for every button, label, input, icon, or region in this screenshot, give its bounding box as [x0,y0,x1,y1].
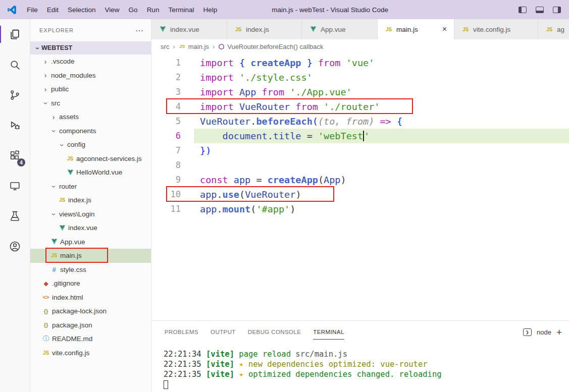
line-number[interactable]: 1 [151,55,194,70]
code-line-1[interactable]: 1import { createApp } from 'vue' [151,55,569,70]
line-number[interactable]: 7 [151,143,194,158]
code-editor[interactable]: 1import { createApp } from 'vue'2import … [151,53,569,320]
panel-tab-output[interactable]: OUTPUT [204,321,242,343]
chevron-down-icon: › [34,44,42,52]
tree-item-vite-config-js[interactable]: JSvite.config.js [30,346,151,360]
tree-item-index-html[interactable]: <>index.html [30,291,151,305]
code-line-2[interactable]: 2import './style.css' [151,70,569,85]
chevron-right-icon: › [49,113,58,121]
menu-edit[interactable]: Edit [42,0,63,19]
line-number[interactable]: 3 [151,85,194,99]
tree-item-main-js[interactable]: JSmain.js [30,249,151,263]
tab-app-vue[interactable]: App.vue [302,19,378,39]
tree-item-router[interactable]: ›router [30,180,151,194]
chevron-down-icon: › [50,127,58,135]
close-icon[interactable]: × [442,25,447,33]
tree-item-src[interactable]: ›src [30,96,151,110]
code-line-text: import App from './App.vue' [194,85,569,99]
breadcrumb-item-main-js[interactable]: JSmain.js [179,43,209,50]
menu-terminal[interactable]: Terminal [164,0,198,19]
line-number[interactable]: 2 [151,70,194,85]
tree-item-label: main.js [60,252,82,259]
code-line-10[interactable]: 10app.use(VueRouter) [151,187,569,202]
activity-testing[interactable] [0,201,30,231]
breadcrumb-item-src[interactable]: src [161,43,169,50]
menu-view[interactable]: View [100,0,124,19]
tab-vite-config-js[interactable]: JSvite.config.js [454,19,538,39]
tree-item-assets[interactable]: ›assets [30,110,151,124]
tree-item-readme-md[interactable]: ⓘREADME.md [30,332,151,346]
panel-tab-bar: PROBLEMSOUTPUTDEBUG CONSOLETERMINAL [151,321,569,343]
activity-remote-explorer[interactable] [0,171,30,201]
tree-item-package-lock-json[interactable]: {}package-lock.json [30,304,151,318]
activity-extensions[interactable]: 4 [0,140,30,171]
code-line-11[interactable]: 11app.mount('#app') [151,202,569,216]
customize-layout-icon[interactable] [553,7,561,13]
shell-label[interactable]: node [537,328,551,336]
more-actions-icon[interactable]: ⋯ [135,26,144,35]
code-line-text: const app = createApp(App) [194,173,569,187]
chevron-down-icon: › [42,99,50,107]
tree-item-index-js[interactable]: JSindex.js [30,193,151,207]
line-number[interactable]: 5 [151,114,194,129]
activity-run-debug[interactable] [0,110,30,140]
activity-source-control[interactable] [0,80,30,110]
tree-item-index-vue[interactable]: index.vue [30,221,151,235]
code-line-text: import './style.css' [194,70,569,85]
tree-item-label: index.js [68,196,91,204]
toggle-panel-icon[interactable] [536,7,544,13]
panel-tab-terminal[interactable]: TERMINAL [307,321,350,343]
code-line-3[interactable]: 3import App from './App.vue' [151,85,569,99]
remote-explorer-icon [9,180,21,192]
tree-item-config[interactable]: ›config [30,138,151,152]
code-line-7[interactable]: 7}) [151,143,569,158]
tree-item-views-login[interactable]: ›views\Login [30,207,151,221]
tree-item-gitignore[interactable]: ◆.gitignore [30,276,151,291]
workspace-root[interactable]: › WEBTEST [30,41,151,54]
menu-file[interactable]: File [22,0,42,19]
tree-item-agconnect-services-js[interactable]: JSagconnect-services.js [30,152,151,166]
code-line-6[interactable]: 6 document.title = 'webTest' [151,129,569,143]
tree-item-app-vue[interactable]: App.vue [30,235,151,249]
tab-ag[interactable]: JSag [538,19,569,39]
line-number[interactable]: 9 [151,173,194,187]
tree-item-node-modules[interactable]: ›node_modules [30,69,151,83]
activity-explorer[interactable] [0,19,30,49]
code-line-4[interactable]: 4import VueRouter from './router' [151,99,569,114]
activity-search[interactable] [0,49,30,80]
menu-go[interactable]: Go [124,0,142,19]
new-terminal-button[interactable]: + [556,327,562,337]
tab-index-js[interactable]: JSindex.js [227,19,302,39]
code-line-9[interactable]: 9const app = createApp(App) [151,173,569,187]
code-line-8[interactable]: 8 [151,158,569,173]
activity-account[interactable] [0,231,30,261]
breadcrumb-item-vuerouter-beforeeach-callback[interactable]: VueRouter.beforeEach() callback [218,43,323,50]
tab-index-vue[interactable]: index.vue [151,19,227,39]
line-number[interactable]: 10 [151,187,194,202]
tree-item-components[interactable]: ›components [30,124,151,138]
toggle-sidebar-icon[interactable] [519,7,527,13]
tab-main-js[interactable]: JSmain.js× [378,19,454,39]
tree-item-vscode[interactable]: ›.vscode [30,54,151,69]
tree-item-style-css[interactable]: #style.css [30,263,151,277]
line-number[interactable]: 8 [151,158,194,173]
tree-item-package-json[interactable]: {}package.json [30,318,151,332]
tree-item-public[interactable]: ›public [30,82,151,96]
line-number[interactable]: 4 [151,99,194,114]
menu-help[interactable]: Help [198,0,222,19]
menu-run[interactable]: Run [142,0,164,19]
prompt-glyph: ❯ [526,330,529,334]
line-number[interactable]: 11 [151,202,194,216]
chevron-right-icon: › [41,71,49,79]
tree-item-helloworld-vue[interactable]: HelloWorld.vue [30,165,151,180]
line-number[interactable]: 6 [151,129,194,143]
info-file-icon: ⓘ [41,334,50,343]
panel-tab-problems[interactable]: PROBLEMS [159,321,204,343]
code-line-text: app.use(VueRouter) [194,187,569,202]
menu-selection[interactable]: Selection [63,0,100,19]
terminal-output[interactable]: 22:21:34 [vite] page reload src/main.js2… [151,343,569,389]
tab-label: ag [557,26,564,33]
panel-tab-debug-console[interactable]: DEBUG CONSOLE [242,321,307,343]
code-line-5[interactable]: 5VueRouter.beforeEach((to, from) => { [151,114,569,129]
vue-icon [159,26,167,32]
